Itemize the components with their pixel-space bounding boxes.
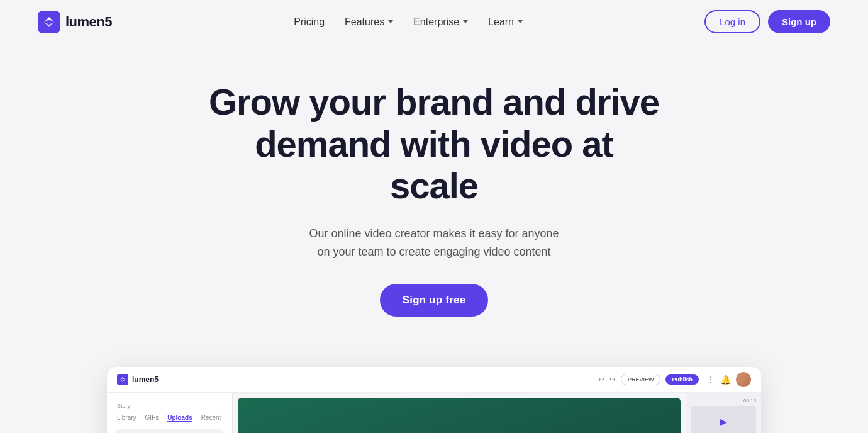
- sidebar-tab-uploads[interactable]: Uploads: [167, 414, 192, 422]
- bell-icon[interactable]: 🔔: [720, 374, 731, 385]
- app-logo-icon: [117, 374, 128, 385]
- hero-cta-button[interactable]: Sign up free: [380, 284, 489, 317]
- app-main-content: 00:15 ▶ Preview: [233, 393, 761, 433]
- app-body: Story Library GIFs Uploads Recent Search…: [107, 393, 761, 433]
- undo-icon[interactable]: ↩: [598, 375, 604, 384]
- chevron-down-icon: [388, 20, 393, 23]
- preview-thumbnail: ▶: [691, 406, 756, 433]
- avatar[interactable]: [736, 372, 751, 387]
- hero-subtitle: Our online video creator makes it easy f…: [309, 225, 559, 261]
- site-header: lumen5 Pricing Features Enterprise Learn…: [0, 0, 868, 43]
- svg-rect-1: [117, 374, 128, 385]
- lumen5-logo-icon: [38, 11, 60, 33]
- app-topbar-logo: lumen5: [117, 374, 159, 385]
- logo-text: lumen5: [65, 14, 112, 30]
- sidebar-tabs: Library GIFs Uploads Recent: [107, 412, 232, 424]
- sidebar-tab-recent[interactable]: Recent: [201, 414, 221, 422]
- more-options-icon[interactable]: ⋮: [706, 374, 715, 385]
- chevron-down-icon: [518, 20, 523, 23]
- play-icon[interactable]: ▶: [720, 417, 727, 427]
- hero-section: Grow your brand and drive demand with vi…: [0, 43, 868, 342]
- sidebar-tab-library[interactable]: Library: [117, 414, 136, 422]
- app-topbar: lumen5 ↩ ↪ PREVIEW Publish ⋮ 🔔: [107, 367, 761, 393]
- story-label: Story: [107, 400, 232, 412]
- nav-pricing[interactable]: Pricing: [294, 16, 325, 28]
- app-right-panel: 00:15 ▶ Preview: [686, 393, 761, 433]
- chevron-down-icon: [463, 20, 468, 23]
- app-video-canvas: [238, 398, 681, 433]
- nav-enterprise[interactable]: Enterprise: [413, 16, 468, 28]
- signup-button[interactable]: Sign up: [768, 10, 830, 33]
- nav-features[interactable]: Features: [345, 16, 393, 28]
- redo-icon[interactable]: ↪: [609, 375, 616, 384]
- publish-button[interactable]: Publish: [665, 374, 699, 385]
- timer-display: 00:15: [691, 398, 756, 403]
- header-auth-buttons: Log in Sign up: [704, 10, 830, 33]
- svg-rect-0: [38, 11, 60, 33]
- app-content-area: 00:15 ▶ Preview: [233, 393, 761, 433]
- sidebar-tab-gifs[interactable]: GIFs: [145, 414, 159, 422]
- app-sidebar: Story Library GIFs Uploads Recent Search…: [107, 393, 233, 433]
- app-preview: lumen5 ↩ ↪ PREVIEW Publish ⋮ 🔔 Story: [107, 367, 761, 433]
- app-topbar-actions: ↩ ↪ PREVIEW Publish ⋮ 🔔: [598, 372, 751, 387]
- sidebar-search[interactable]: Search millions of photos and videos: [114, 429, 225, 433]
- preview-button[interactable]: PREVIEW: [621, 374, 661, 385]
- hero-title: Grow your brand and drive demand with vi…: [208, 81, 660, 207]
- login-button[interactable]: Log in: [704, 10, 760, 33]
- nav-learn[interactable]: Learn: [488, 16, 523, 28]
- main-nav: Pricing Features Enterprise Learn: [294, 16, 523, 28]
- logo-link[interactable]: lumen5: [38, 11, 112, 33]
